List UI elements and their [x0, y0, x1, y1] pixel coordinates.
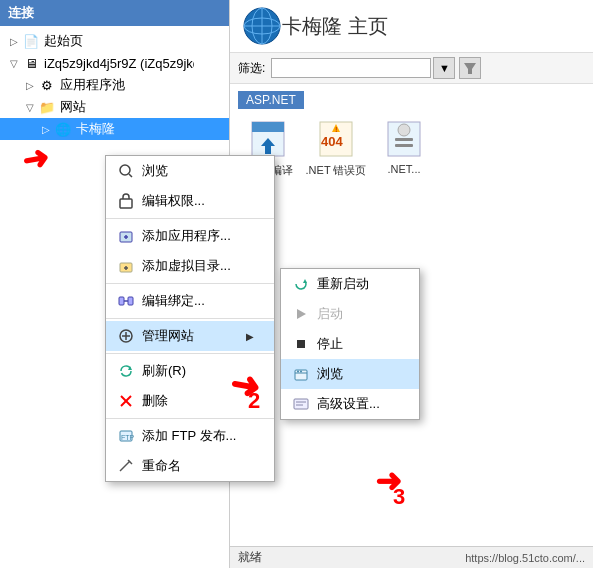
svg-rect-40 [297, 340, 305, 348]
advanced-icon [291, 394, 311, 414]
ctx-delete[interactable]: 删除 [106, 386, 274, 416]
expand-btn-sites[interactable]: ▽ [24, 101, 36, 113]
ctx-rename-label: 重命名 [142, 457, 181, 475]
svg-line-18 [129, 174, 132, 177]
ctx-add-ftp-label: 添加 FTP 发布... [142, 427, 236, 445]
browse-icon [116, 161, 136, 181]
server-icon: 🖥 [22, 54, 40, 72]
aspnet-label: ASP.NET [238, 91, 304, 109]
sub-restart[interactable]: 重新启动 [281, 269, 419, 299]
tree-item-start[interactable]: ▷ 📄 起始页 [0, 30, 229, 52]
folder-icon: 📁 [38, 98, 56, 116]
submenu-arrow: ▶ [246, 331, 254, 342]
aspnet-section-label: ASP.NET [238, 92, 585, 107]
icons-grid: .NET 编译 404 ! .NET 错误页 [238, 115, 585, 182]
svg-marker-5 [464, 63, 476, 74]
status-right: https://blog.51cto.com/... [465, 552, 585, 564]
svg-rect-27 [128, 297, 133, 305]
svg-point-17 [120, 165, 130, 175]
right-header: 卡梅隆 主页 [230, 0, 593, 53]
ctx-manage-site[interactable]: 管理网站 ▶ [106, 321, 274, 351]
tree-item-label: 起始页 [44, 32, 83, 50]
ctx-add-ftp[interactable]: FTP 添加 FTP 发布... [106, 421, 274, 451]
tree-item-label: 卡梅隆 [76, 120, 115, 138]
ctx-sep2 [106, 283, 274, 284]
sub-start[interactable]: 启动 [281, 299, 419, 329]
filter-icon-btn[interactable] [459, 57, 481, 79]
ctx-refresh-label: 刷新(R) [142, 362, 186, 380]
right-header-title: 卡梅隆 主页 [282, 13, 388, 40]
compile-icon-box [248, 119, 288, 159]
ctx-browse[interactable]: 浏览 [106, 156, 274, 186]
sub-advanced-label: 高级设置... [317, 395, 380, 413]
restart-icon [291, 274, 311, 294]
ctx-edit-binding-label: 编辑绑定... [142, 292, 205, 310]
svg-marker-38 [303, 279, 307, 283]
icon-label-error404: .NET 错误页 [306, 163, 367, 178]
filter-dropdown-btn[interactable]: ▼ [433, 57, 455, 79]
svg-rect-7 [252, 122, 284, 132]
page-icon: 📄 [22, 32, 40, 50]
netset-icon-box [384, 119, 424, 159]
ctx-add-vdir[interactable]: 添加虚拟目录... [106, 251, 274, 281]
tree-item-sites[interactable]: ▽ 📁 网站 [0, 96, 229, 118]
svg-text:404: 404 [321, 134, 343, 149]
svg-point-44 [300, 371, 302, 373]
addvdir-icon [116, 256, 136, 276]
icon-item-error404[interactable]: 404 ! .NET 错误页 [306, 115, 366, 182]
ftp-icon: FTP [116, 426, 136, 446]
svg-point-43 [297, 371, 299, 373]
ctx-edit-permissions[interactable]: 编辑权限... [106, 186, 274, 216]
globe-icon-header [242, 6, 282, 46]
tree-item-kamelon[interactable]: ▷ 🌐 卡梅隆 [0, 118, 229, 140]
expand-btn[interactable]: ▷ [8, 35, 20, 47]
svg-rect-15 [395, 138, 413, 141]
tree-item-label: 应用程序池 [60, 76, 125, 94]
tree-item-apppool[interactable]: ▷ ⚙ 应用程序池 [0, 74, 229, 96]
ctx-sep3 [106, 318, 274, 319]
sub-browse[interactable]: 浏览 [281, 359, 419, 389]
ctx-rename[interactable]: 重命名 [106, 451, 274, 481]
svg-rect-19 [120, 199, 132, 208]
binding-icon [116, 291, 136, 311]
start-icon [291, 304, 311, 324]
sub-advanced[interactable]: 高级设置... [281, 389, 419, 419]
tree-area: ▷ 📄 起始页 ▽ 🖥 iZq5z9jkd4j5r9Z (iZq5z9jkd ▷… [0, 26, 229, 144]
tree-item-server[interactable]: ▽ 🖥 iZq5z9jkd4j5r9Z (iZq5z9jkd [0, 52, 229, 74]
ctx-sep1 [106, 218, 274, 219]
refresh-icon [116, 361, 136, 381]
submenu: 重新启动 启动 停止 浏览 [280, 268, 420, 420]
expand-btn-apppool[interactable]: ▷ [24, 79, 36, 91]
sub-restart-label: 重新启动 [317, 275, 369, 293]
svg-point-14 [398, 124, 410, 136]
browse2-icon [291, 364, 311, 384]
expand-btn-server[interactable]: ▽ [8, 57, 20, 69]
ctx-add-vdir-label: 添加虚拟目录... [142, 257, 231, 275]
filter-label: 筛选: [238, 60, 265, 77]
globe-icon-tree: 🌐 [54, 120, 72, 138]
ctx-add-app[interactable]: 添加应用程序... [106, 221, 274, 251]
ctx-edit-binding[interactable]: 编辑绑定... [106, 286, 274, 316]
sub-stop[interactable]: 停止 [281, 329, 419, 359]
rename-icon [116, 456, 136, 476]
ctx-refresh[interactable]: 刷新(R) [106, 356, 274, 386]
status-bar: 就绪 https://blog.51cto.com/... [230, 546, 593, 568]
sub-stop-label: 停止 [317, 335, 343, 353]
tree-item-label: iZq5z9jkd4j5r9Z (iZq5z9jkd [44, 56, 194, 71]
left-panel-title: 连接 [8, 5, 34, 20]
expand-btn-kamelon[interactable]: ▷ [40, 123, 52, 135]
ctx-sep5 [106, 418, 274, 419]
filter-bar: 筛选: ▼ [230, 53, 593, 84]
addapp-icon [116, 226, 136, 246]
icon-item-netset[interactable]: .NET... [374, 115, 434, 182]
ctx-browse-label: 浏览 [142, 162, 168, 180]
filter-input[interactable] [271, 58, 431, 78]
svg-text:!: ! [335, 125, 338, 134]
context-menu: 浏览 编辑权限... 添加应用程序... 添加 [105, 155, 275, 482]
svg-rect-45 [294, 399, 308, 409]
status-left: 就绪 [238, 549, 262, 566]
svg-rect-16 [395, 144, 413, 147]
ctx-edit-permissions-label: 编辑权限... [142, 192, 205, 210]
sub-start-label: 启动 [317, 305, 343, 323]
ctx-sep4 [106, 353, 274, 354]
